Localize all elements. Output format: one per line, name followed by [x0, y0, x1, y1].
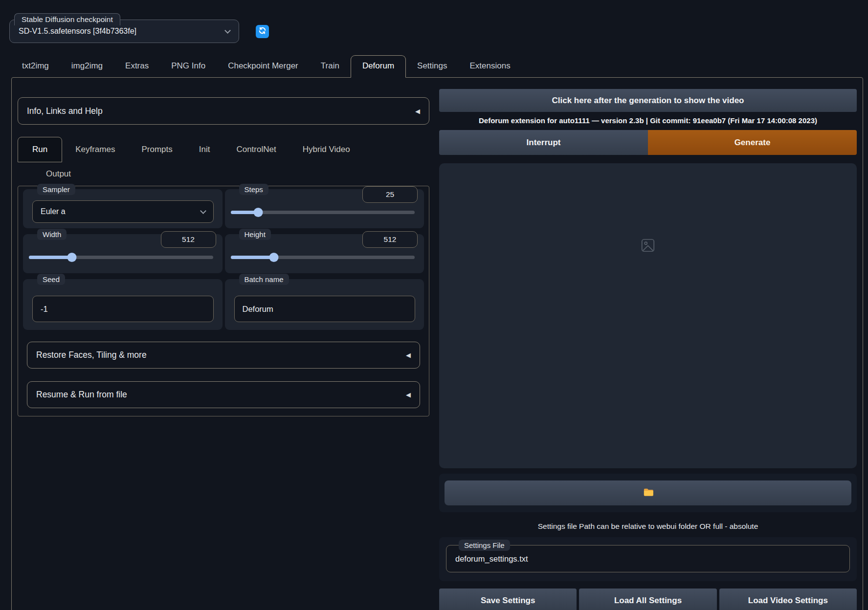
- batch-name-group: Batch name: [225, 279, 424, 330]
- tab-extras[interactable]: Extras: [114, 56, 160, 77]
- resume-run-from-file-accordion[interactable]: Resume & Run from file ◀: [27, 381, 420, 408]
- width-label: Width: [37, 229, 67, 240]
- settings-buttons-row: Save Settings Load All Settings Load Vid…: [439, 588, 857, 610]
- subtab-keyframes[interactable]: Keyframes: [62, 137, 128, 162]
- refresh-icon: [258, 26, 267, 36]
- sampler-label: Sampler: [37, 184, 75, 195]
- checkpoint-dropdown[interactable]: Stable Diffusion checkpoint SD-V1.5.safe…: [9, 20, 239, 43]
- checkpoint-row: Stable Diffusion checkpoint SD-V1.5.safe…: [0, 0, 868, 43]
- tab-txt2img[interactable]: txt2img: [11, 56, 60, 77]
- output-column: Click here after the generation to show …: [439, 78, 857, 610]
- height-label: Height: [239, 229, 271, 240]
- tab-extensions[interactable]: Extensions: [459, 56, 522, 77]
- width-slider[interactable]: [29, 253, 213, 262]
- subtab-prompts[interactable]: Prompts: [128, 137, 185, 162]
- accordion-collapsed-arrow-icon: ◀: [406, 391, 411, 398]
- steps-label: Steps: [239, 184, 268, 195]
- chevron-down-icon: [224, 27, 231, 34]
- main-tab-bar: txt2img img2img Extras PNG Info Checkpoi…: [0, 55, 868, 77]
- batch-name-input[interactable]: [234, 296, 416, 322]
- steps-number-input[interactable]: [362, 186, 418, 203]
- height-slider[interactable]: [231, 253, 415, 262]
- interrupt-button[interactable]: Interrupt: [439, 130, 648, 155]
- info-links-help-accordion[interactable]: Info, Links and Help ◀: [18, 97, 429, 125]
- deforum-sub-tab-bar-row2: Output: [18, 162, 429, 186]
- subtab-output[interactable]: Output: [18, 169, 71, 179]
- settings-file-panel: Settings File: [439, 537, 857, 581]
- sampler-dropdown[interactable]: Euler a: [32, 200, 214, 223]
- checkpoint-label: Stable Diffusion checkpoint: [14, 13, 120, 25]
- accordion-label: Resume & Run from file: [36, 390, 406, 400]
- extension-version-text: Deforum extension for auto1111 — version…: [439, 116, 857, 125]
- deforum-sub-tab-bar: Run Keyframes Prompts Init ControlNet Hy…: [18, 137, 429, 162]
- save-settings-button[interactable]: Save Settings: [439, 588, 577, 610]
- seed-label: Seed: [37, 274, 65, 285]
- subtab-run[interactable]: Run: [18, 137, 62, 162]
- generate-button-row: Interrupt Generate: [439, 130, 857, 155]
- output-gallery[interactable]: [439, 163, 857, 468]
- accordion-collapsed-arrow-icon: ◀: [406, 351, 411, 359]
- accordion-collapsed-arrow-icon: ◀: [415, 108, 420, 115]
- width-slider-handle[interactable]: [67, 253, 77, 262]
- image-placeholder-icon: [640, 238, 656, 253]
- sampler-value: Euler a: [41, 207, 196, 216]
- steps-group: Steps: [225, 189, 424, 228]
- run-tab-panel: Sampler Euler a Steps: [18, 186, 429, 416]
- load-video-settings-button[interactable]: Load Video Settings: [719, 588, 857, 610]
- refresh-checkpoint-button[interactable]: [256, 25, 269, 38]
- batch-name-label: Batch name: [239, 274, 289, 285]
- width-group: Width: [23, 234, 223, 273]
- tab-train[interactable]: Train: [310, 56, 351, 77]
- steps-slider[interactable]: [231, 208, 415, 217]
- open-output-folder-button[interactable]: [445, 480, 851, 505]
- restore-faces-tiling-accordion[interactable]: Restore Faces, Tiling & more ◀: [27, 342, 420, 369]
- accordion-label: Info, Links and Help: [27, 106, 415, 116]
- tab-deforum[interactable]: Deforum: [351, 55, 406, 78]
- tab-img2img[interactable]: img2img: [60, 56, 114, 77]
- settings-column: Info, Links and Help ◀ Run Keyframes Pro…: [18, 78, 429, 610]
- deforum-tab-content: Info, Links and Help ◀ Run Keyframes Pro…: [11, 77, 863, 610]
- height-group: Height: [225, 234, 424, 273]
- sampler-group: Sampler Euler a: [23, 189, 223, 228]
- open-folder-panel: [439, 474, 857, 512]
- height-number-input[interactable]: [362, 231, 418, 248]
- tab-settings[interactable]: Settings: [406, 56, 458, 77]
- tab-png-info[interactable]: PNG Info: [160, 56, 217, 77]
- settings-file-label: Settings File: [459, 540, 510, 551]
- show-video-button[interactable]: Click here after the generation to show …: [439, 89, 857, 112]
- steps-slider-handle[interactable]: [253, 208, 263, 217]
- stable-diffusion-webui: Stable Diffusion checkpoint SD-V1.5.safe…: [0, 0, 868, 610]
- load-all-settings-button[interactable]: Load All Settings: [579, 588, 716, 610]
- accordion-label: Restore Faces, Tiling & more: [36, 350, 406, 360]
- subtab-hybrid-video[interactable]: Hybrid Video: [289, 137, 363, 162]
- chevron-down-icon: [200, 208, 206, 214]
- settings-path-hint: Settings file Path can be relative to we…: [439, 522, 857, 531]
- subtab-init[interactable]: Init: [186, 137, 223, 162]
- generate-button[interactable]: Generate: [648, 130, 857, 155]
- width-number-input[interactable]: [161, 231, 216, 248]
- seed-group: Seed: [23, 279, 223, 330]
- tab-checkpoint-merger[interactable]: Checkpoint Merger: [217, 56, 310, 77]
- subtab-controlnet[interactable]: ControlNet: [223, 137, 289, 162]
- folder-icon: [643, 486, 654, 500]
- checkpoint-value: SD-V1.5.safetensors [3f4b7363fe]: [19, 27, 221, 36]
- height-slider-handle[interactable]: [269, 253, 278, 262]
- seed-input[interactable]: [32, 296, 214, 322]
